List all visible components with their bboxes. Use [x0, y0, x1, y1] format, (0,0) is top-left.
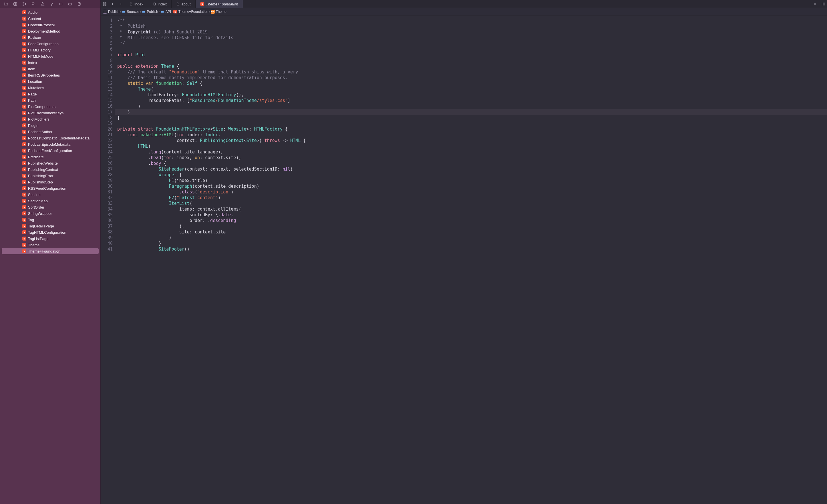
file-item[interactable]: SortOrder — [2, 204, 99, 210]
file-item[interactable]: TagDetailsPage — [2, 223, 99, 229]
breadcrumb-item[interactable]: ExTheme — [211, 10, 227, 14]
code-content[interactable]: /** * Publish * Copyright (c) John Sunde… — [115, 15, 827, 504]
file-item[interactable]: Favicon — [2, 34, 99, 41]
file-item[interactable]: TagListPage — [2, 235, 99, 242]
code-line[interactable]: htmlFactory: FoundationHTMLFactory(), — [115, 92, 827, 98]
file-item[interactable]: Path — [2, 97, 99, 103]
code-line[interactable]: */ — [115, 41, 827, 46]
breadcrumb-item[interactable]: Sources — [121, 10, 139, 14]
code-line[interactable]: resourcePaths: ["Resources/FoundationThe… — [115, 98, 827, 103]
file-item[interactable]: DeploymentMethod — [2, 28, 99, 34]
code-line[interactable]: .head(for: index, on: context.site), — [115, 155, 827, 161]
code-line[interactable]: order: .descending — [115, 218, 827, 223]
code-line[interactable]: * Copyright (c) John Sundell 2019 — [115, 29, 827, 35]
code-line[interactable]: H2("Latest content") — [115, 195, 827, 201]
editor-tab[interactable]: Theme+Foundation — [196, 0, 243, 8]
file-item[interactable]: RSSFeedConfiguration — [2, 185, 99, 191]
code-line[interactable]: ) — [115, 235, 827, 240]
file-item[interactable]: ContentProtocol — [2, 22, 99, 28]
code-line[interactable]: public extension Theme { — [115, 63, 827, 69]
code-line[interactable]: site: context.site — [115, 229, 827, 235]
code-line[interactable]: .class("description") — [115, 189, 827, 195]
file-item[interactable]: FeedConfiguration — [2, 41, 99, 47]
jump-bar[interactable]: Publish›Sources›Publish›API›Theme+Founda… — [101, 8, 827, 15]
file-item[interactable]: SectionMap — [2, 198, 99, 204]
file-item[interactable]: Audio — [2, 9, 99, 15]
code-line[interactable]: } — [115, 240, 827, 246]
file-item[interactable]: Section — [2, 191, 99, 198]
code-line[interactable]: SiteHeader(context: context, selectedSec… — [115, 166, 827, 172]
file-item[interactable]: PublishingError — [2, 173, 99, 179]
source-control-icon[interactable] — [22, 2, 27, 6]
report-icon[interactable] — [77, 2, 82, 6]
file-item[interactable]: Item — [2, 66, 99, 72]
nav-forward-icon[interactable] — [117, 0, 125, 8]
editor-tab[interactable]: about — [172, 0, 196, 8]
code-line[interactable]: * Publish — [115, 23, 827, 29]
file-item[interactable]: PodcastAuthor — [2, 128, 99, 135]
file-item[interactable]: PlotEnvironmentKeys — [2, 110, 99, 116]
code-line[interactable]: func makeIndexHTML(for index: Index, — [115, 132, 827, 138]
file-item[interactable]: PodcastCompatib…siteItemMetadata — [2, 135, 99, 141]
search-icon[interactable] — [31, 2, 36, 6]
x-square-icon[interactable] — [12, 2, 18, 6]
folder-icon[interactable] — [3, 2, 9, 6]
file-item[interactable]: PodcastFeedConfiguration — [2, 148, 99, 154]
source-editor[interactable]: 1234567891011121314151617181920212223242… — [101, 15, 827, 504]
file-item[interactable]: HTMLFileMode — [2, 53, 99, 59]
editor-options-icon[interactable] — [819, 0, 827, 8]
code-line[interactable]: sortedBy: \.date, — [115, 212, 827, 218]
file-item[interactable]: Theme — [2, 242, 99, 248]
file-item[interactable]: TagHTMLConfiguration — [2, 229, 99, 235]
file-item[interactable]: HTMLFactory — [2, 47, 99, 53]
code-line[interactable]: Paragraph(context.site.description) — [115, 183, 827, 189]
code-line[interactable]: .body { — [115, 161, 827, 166]
code-line[interactable]: private struct FoundationHTMLFactory<Sit… — [115, 126, 827, 132]
code-line[interactable]: .lang(context.site.language), — [115, 149, 827, 155]
file-item[interactable]: Tag — [2, 217, 99, 223]
file-item[interactable]: Content — [2, 15, 99, 22]
issues-icon[interactable] — [40, 2, 45, 6]
file-item[interactable]: Index — [2, 59, 99, 66]
code-line[interactable]: ItemList( — [115, 201, 827, 206]
file-item[interactable]: Predicate — [2, 154, 99, 160]
code-line[interactable]: /// The default "Foundation" theme that … — [115, 69, 827, 75]
file-item[interactable]: StringWrapper — [2, 210, 99, 217]
code-line[interactable]: context: PublishingContext<Site>) throws… — [115, 138, 827, 144]
code-line[interactable]: static var foundation: Self { — [115, 80, 827, 86]
code-line[interactable]: ), — [115, 223, 827, 229]
breadcrumb-item[interactable]: Publish — [103, 10, 119, 14]
code-line[interactable] — [115, 58, 827, 63]
file-item[interactable]: Theme+Foundation — [2, 248, 99, 254]
code-line[interactable]: import Plot — [115, 52, 827, 58]
code-line[interactable]: } — [115, 115, 827, 121]
code-line[interactable]: /// basic theme mostly implemented for d… — [115, 75, 827, 80]
code-line[interactable]: HTML( — [115, 144, 827, 149]
nav-back-icon[interactable] — [109, 0, 117, 8]
file-item[interactable]: PublishedWebsite — [2, 160, 99, 166]
code-line[interactable]: items: context.allItems( — [115, 206, 827, 212]
code-line[interactable]: * MIT license, see LICENSE file for deta… — [115, 35, 827, 41]
file-item[interactable]: Page — [2, 91, 99, 97]
code-line[interactable]: /** — [115, 18, 827, 23]
file-item[interactable]: PlotModifiers — [2, 116, 99, 122]
code-line[interactable]: Theme( — [115, 86, 827, 92]
breadcrumb-item[interactable]: Publish — [142, 10, 158, 14]
file-item[interactable]: PodcastEpisodeMetadata — [2, 141, 99, 148]
code-line[interactable]: ) — [115, 103, 827, 109]
file-item[interactable]: Mutations — [2, 85, 99, 91]
breadcrumb-item[interactable]: Theme+Foundation — [173, 10, 208, 14]
editor-tab[interactable]: index — [148, 0, 172, 8]
editor-tab[interactable]: index — [125, 0, 148, 8]
split-editor-icon[interactable] — [811, 0, 819, 8]
file-item[interactable]: Plugin — [2, 122, 99, 128]
debug-icon[interactable] — [67, 2, 72, 6]
file-item[interactable]: PublishingContext — [2, 166, 99, 173]
code-line[interactable]: H1(index.title) — [115, 178, 827, 183]
code-line[interactable] — [115, 46, 827, 52]
file-item[interactable]: PublishingStep — [2, 179, 99, 185]
code-line[interactable] — [115, 121, 827, 126]
file-item[interactable]: Location — [2, 78, 99, 85]
breakpoint-icon[interactable] — [58, 2, 63, 6]
bookmark-icon[interactable] — [49, 2, 54, 6]
